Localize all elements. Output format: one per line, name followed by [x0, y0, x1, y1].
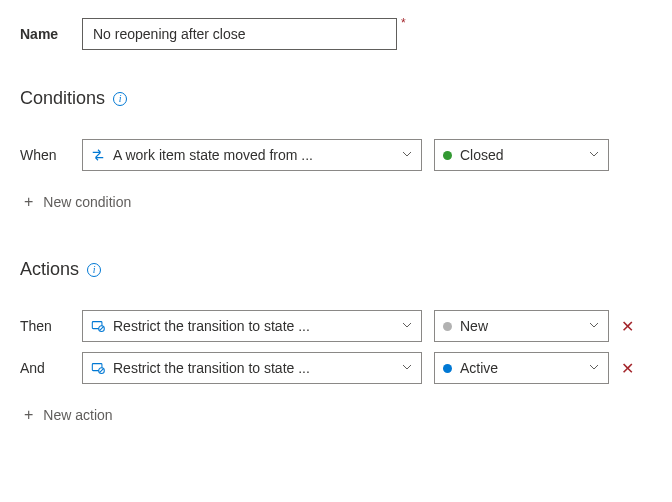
state-dot-icon: [443, 151, 452, 160]
add-condition-label: New condition: [43, 194, 131, 210]
row-prefix: And: [20, 360, 82, 376]
state-dropdown[interactable]: Closed: [434, 139, 609, 171]
transition-icon: [91, 148, 105, 162]
delete-row-button[interactable]: ✕: [619, 359, 635, 378]
condition-row: WhenA work item state moved from ...Clos…: [20, 139, 652, 171]
add-condition-button[interactable]: + New condition: [20, 193, 652, 211]
action-row: AndRestrict the transition to state ...A…: [20, 352, 652, 384]
delete-row-button[interactable]: ✕: [619, 317, 635, 336]
rule-type-text: Restrict the transition to state ...: [113, 360, 401, 376]
name-label: Name: [20, 26, 82, 42]
chevron-down-icon: [401, 318, 413, 334]
add-action-button[interactable]: + New action: [20, 406, 652, 424]
state-text: Closed: [460, 147, 588, 163]
conditions-heading: Conditions i: [20, 88, 652, 109]
info-icon[interactable]: i: [87, 263, 101, 277]
state-dropdown[interactable]: New: [434, 310, 609, 342]
row-prefix: When: [20, 147, 82, 163]
rule-type-dropdown[interactable]: Restrict the transition to state ...: [82, 352, 422, 384]
plus-icon: +: [24, 406, 33, 424]
conditions-heading-text: Conditions: [20, 88, 105, 109]
actions-heading: Actions i: [20, 259, 652, 280]
state-dropdown[interactable]: Active: [434, 352, 609, 384]
name-input[interactable]: [82, 18, 397, 50]
state-dot-icon: [443, 364, 452, 373]
conditions-list: WhenA work item state moved from ...Clos…: [20, 139, 652, 171]
rule-type-dropdown[interactable]: Restrict the transition to state ...: [82, 310, 422, 342]
plus-icon: +: [24, 193, 33, 211]
row-prefix: Then: [20, 318, 82, 334]
state-text: Active: [460, 360, 588, 376]
chevron-down-icon: [588, 147, 600, 163]
add-action-label: New action: [43, 407, 112, 423]
rule-type-text: A work item state moved from ...: [113, 147, 401, 163]
chevron-down-icon: [401, 147, 413, 163]
state-dot-icon: [443, 322, 452, 331]
rule-type-text: Restrict the transition to state ...: [113, 318, 401, 334]
action-row: ThenRestrict the transition to state ...…: [20, 310, 652, 342]
required-asterisk: *: [401, 16, 406, 30]
actions-list: ThenRestrict the transition to state ...…: [20, 310, 652, 384]
info-icon[interactable]: i: [113, 92, 127, 106]
restrict-icon: [91, 319, 105, 333]
actions-heading-text: Actions: [20, 259, 79, 280]
rule-type-dropdown[interactable]: A work item state moved from ...: [82, 139, 422, 171]
chevron-down-icon: [588, 360, 600, 376]
chevron-down-icon: [588, 318, 600, 334]
chevron-down-icon: [401, 360, 413, 376]
restrict-icon: [91, 361, 105, 375]
name-row: Name *: [20, 18, 652, 50]
state-text: New: [460, 318, 588, 334]
